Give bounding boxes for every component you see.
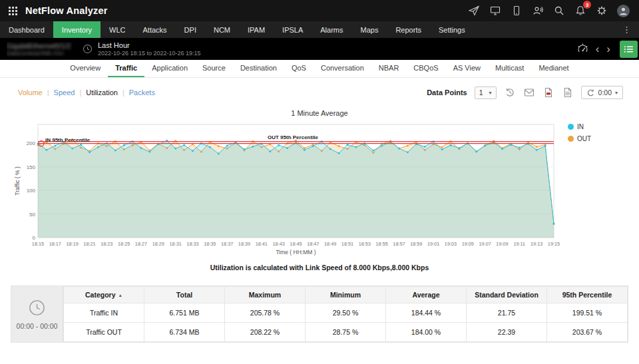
tab-source[interactable]: Source <box>195 60 233 77</box>
svg-text:Traffic ( % ): Traffic ( % ) <box>14 166 21 196</box>
traffic-utilization-chart: 05010015020018:1518:1718:1918:2118:2318:… <box>13 119 562 256</box>
chart-title: 1 Minute Average <box>0 109 639 117</box>
tab-cbqos[interactable]: CBQoS <box>406 60 445 77</box>
nav-item-attacks[interactable]: Attacks <box>134 21 176 38</box>
metric-separator: | <box>47 89 49 96</box>
device-name: DataCenterpHNB-ASA <box>7 50 77 57</box>
data-points-dropdown[interactable]: 1 ▾ <box>475 87 497 99</box>
app-grid-icon[interactable] <box>7 5 19 17</box>
svg-text:18:25: 18:25 <box>118 241 130 247</box>
controls-right: Data Points 1 ▾ <box>427 86 623 99</box>
tab-traffic[interactable]: Traffic <box>108 60 144 77</box>
svg-text:18:57: 18:57 <box>393 241 405 247</box>
svg-text:18:21: 18:21 <box>83 241 95 247</box>
table-cell: 203.67 % <box>547 323 628 342</box>
stats-section: 00:00 - 00:00 Category▲TotalMaximumMinim… <box>11 285 628 343</box>
nav-item-settings[interactable]: Settings <box>430 21 474 38</box>
clock-icon <box>28 299 46 317</box>
gauge-icon[interactable] <box>577 43 589 55</box>
nav-item-reports[interactable]: Reports <box>387 21 430 38</box>
stats-table: Category▲TotalMaximumMinimumAverageStand… <box>63 286 628 342</box>
email-report-icon[interactable] <box>523 87 535 98</box>
metric-link-speed[interactable]: Speed <box>54 89 75 96</box>
svg-text:100: 100 <box>27 188 36 194</box>
user-avatar[interactable] <box>617 5 630 17</box>
legend-dot <box>568 136 574 142</box>
svg-text:19:07: 19:07 <box>479 241 491 247</box>
svg-text:19:01: 19:01 <box>427 241 439 247</box>
legend-dot <box>568 124 574 130</box>
nav-item-inventory[interactable]: Inventory <box>53 21 101 38</box>
period-range: 2022-10-26 18:15 to 2022-10-26 19:15 <box>98 50 201 57</box>
nav-item-dashboard[interactable]: Dashboard <box>0 21 53 38</box>
column-header-category[interactable]: Category▲ <box>64 287 144 303</box>
svg-text:150: 150 <box>27 164 36 170</box>
nav-item-ipam[interactable]: IPAM <box>239 21 274 38</box>
svg-text:200: 200 <box>27 140 36 146</box>
launch-paper-plane-icon[interactable] <box>468 5 480 17</box>
svg-text:19:09: 19:09 <box>496 241 508 247</box>
svg-text:18:49: 18:49 <box>324 241 336 247</box>
svg-text:18:19: 18:19 <box>67 241 79 247</box>
chart-area: 05010015020018:1518:1718:1918:2118:2318:… <box>13 119 639 256</box>
tab-multicast[interactable]: Multicast <box>488 60 531 77</box>
metric-link-utilization[interactable]: Utilization <box>86 89 118 96</box>
nav-overflow-icon[interactable]: ⋮ <box>614 21 639 38</box>
interface-name: GigabitEthernet0/1/2 <box>7 42 77 50</box>
nav-item-alarms[interactable]: Alarms <box>312 21 351 38</box>
refresh-icon <box>586 89 595 97</box>
metric-link-volume[interactable]: Volume <box>18 89 43 96</box>
column-header-average[interactable]: Average <box>386 287 467 303</box>
tab-conversation[interactable]: Conversation <box>314 60 371 77</box>
svg-text:18:35: 18:35 <box>204 241 216 247</box>
nav-item-ncm[interactable]: NCM <box>205 21 239 38</box>
tab-overview[interactable]: Overview <box>63 60 108 77</box>
legend-item-out[interactable]: OUT <box>568 135 591 142</box>
period-label: Last Hour <box>98 41 201 50</box>
column-header-95th-percentile[interactable]: 95th Percentile <box>547 287 628 303</box>
tab-nbar[interactable]: NBAR <box>371 60 407 77</box>
panel-toggle-button[interactable] <box>620 41 638 58</box>
tab-as-view[interactable]: AS View <box>446 60 488 77</box>
table-cell: 6.734 MB <box>144 323 225 342</box>
tab-application[interactable]: Application <box>144 60 195 77</box>
column-header-total[interactable]: Total <box>144 287 225 303</box>
svg-text:18:17: 18:17 <box>49 241 61 247</box>
export-csv-icon[interactable] <box>562 87 574 98</box>
clock-icon <box>83 44 93 54</box>
nav-item-wlc[interactable]: WLC <box>101 21 134 38</box>
auto-refresh-dropdown[interactable]: 0:00 ▾ <box>581 86 623 99</box>
tab-qos[interactable]: QoS <box>284 60 314 77</box>
table-cell: 184.00 % <box>386 323 467 342</box>
nav-item-ipsla[interactable]: IPSLA <box>274 21 312 38</box>
svg-text:Time ( HH:MM ): Time ( HH:MM ) <box>276 249 316 256</box>
settings-gear-icon[interactable] <box>596 5 608 17</box>
tab-destination[interactable]: Destination <box>233 60 284 77</box>
column-header-standard-deviation[interactable]: Standard Deviation <box>467 287 547 303</box>
prev-arrow-button[interactable]: ‹ <box>595 43 600 55</box>
svg-text:18:37: 18:37 <box>221 241 233 247</box>
user-voice-icon[interactable] <box>532 5 544 17</box>
nav-item-dpi[interactable]: DPI <box>176 21 205 38</box>
svg-text:18:33: 18:33 <box>186 241 198 247</box>
column-header-maximum[interactable]: Maximum <box>225 287 306 303</box>
metric-link-packets[interactable]: Packets <box>129 89 155 96</box>
legend-item-in[interactable]: IN <box>568 123 591 130</box>
column-header-minimum[interactable]: Minimum <box>306 287 386 303</box>
nav-item-maps[interactable]: Maps <box>352 21 387 38</box>
monitor-icon[interactable] <box>489 5 501 17</box>
next-arrow-button[interactable]: › <box>606 43 611 55</box>
svg-text:18:47: 18:47 <box>307 241 319 247</box>
time-period-selector[interactable]: Last Hour 2022-10-26 18:15 to 2022-10-26… <box>98 41 201 57</box>
export-pdf-icon[interactable] <box>542 87 554 98</box>
table-cell: Traffic OUT <box>64 323 144 342</box>
search-icon[interactable] <box>553 5 565 17</box>
controls-row: Volume|Speed|Utilization|Packets Data Po… <box>0 78 639 99</box>
svg-text:18:31: 18:31 <box>170 241 182 247</box>
mobile-device-icon[interactable] <box>511 5 523 17</box>
table-cell: 184.44 % <box>386 303 467 323</box>
tab-medianet[interactable]: Medianet <box>531 60 576 77</box>
svg-text:0: 0 <box>33 235 36 241</box>
notifications-bell-icon[interactable]: 3 <box>574 5 586 17</box>
schedule-history-icon[interactable] <box>504 87 516 98</box>
